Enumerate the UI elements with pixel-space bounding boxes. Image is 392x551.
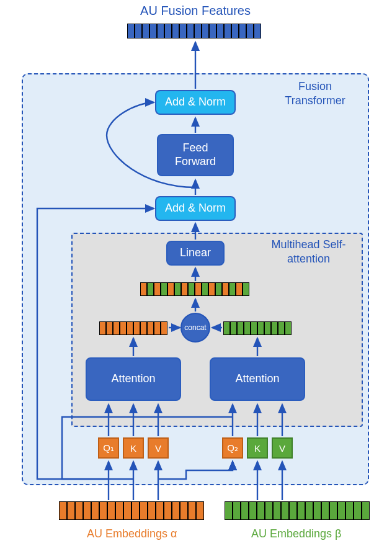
- feed-forward: Feed Forward: [157, 134, 234, 176]
- fusion-transformer-label: Fusion Transformer: [272, 79, 359, 109]
- output-title: AU Fusion Features: [118, 4, 273, 18]
- linear: Linear: [166, 241, 225, 266]
- input-strip-alpha: [59, 501, 204, 520]
- add-norm-bottom: Add & Norm: [155, 196, 236, 221]
- v-left-box: V: [148, 437, 169, 459]
- input-label-alpha: AU Embeddings α: [87, 527, 177, 540]
- k-right-box: K: [247, 437, 268, 459]
- k-left-box: K: [123, 437, 144, 459]
- input-strip-beta: [225, 501, 370, 520]
- v-right-box: V: [272, 437, 293, 459]
- add-norm-top: Add & Norm: [155, 90, 236, 115]
- q2-box: Q₂: [222, 437, 243, 459]
- concat-circle: concat: [180, 313, 210, 343]
- attention-left: Attention: [86, 357, 181, 401]
- multihead-label: Multihead Self-attention: [261, 238, 357, 267]
- left-attention-output: [99, 321, 167, 335]
- right-attention-output: [223, 321, 292, 335]
- input-label-beta: AU Embeddings β: [251, 527, 341, 540]
- mixed-strip: [140, 282, 249, 296]
- q1-box: Q₁: [98, 437, 119, 459]
- output-strip: [127, 24, 261, 38]
- attention-right: Attention: [210, 357, 305, 401]
